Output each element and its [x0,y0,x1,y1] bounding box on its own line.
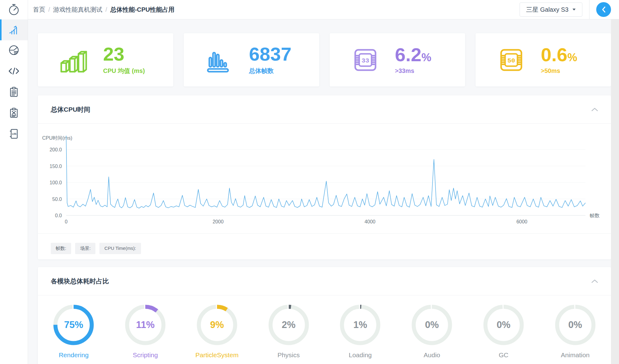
clipboard-x-icon [7,106,21,121]
sidebar-nav: LOG [0,19,28,145]
device-selector-button[interactable]: 三星 Galaxy S3 [520,2,582,17]
module-label: Rendering [59,351,89,359]
module-donuts-row: 75%Rendering11%Scripting9%ParticleSystem… [38,295,611,359]
scrollbar-gutter[interactable] [611,19,619,364]
app-logo[interactable] [0,0,28,19]
stopwatch-icon [7,2,21,17]
cpu-panel-title: 总体CPU时间 [51,105,90,114]
svg-text:200.0: 200.0 [50,147,62,152]
sidebar-item-code[interactable] [0,61,28,82]
donut-ring[interactable]: 0% [410,303,453,346]
svg-text:LOG: LOG [12,133,17,135]
svg-text:6000: 6000 [517,219,528,224]
stat-card: 500.6%>50ms [476,33,611,86]
donut-ring[interactable]: 2% [267,303,310,346]
donut-ring[interactable]: 0% [554,303,597,346]
breadcrumb-item[interactable]: 游戏性能真机测试 [53,6,102,14]
svg-text:50.0: 50.0 [52,197,62,202]
donut-ring[interactable]: 11% [124,303,167,346]
code-icon [7,64,21,79]
svg-text:0: 0 [65,219,68,224]
modules-panel-title: 各模块总体耗时占比 [51,277,109,286]
breadcrumb: 首页/游戏性能真机测试/总体性能-CPU性能占用 [28,6,175,14]
donut-percent: 0% [482,303,525,346]
svg-text:0.0: 0.0 [55,213,62,218]
stat-label: 总体帧数 [249,67,291,75]
module-donut-loading: 1%Loading [324,303,396,359]
sidebar: LOG [0,0,28,364]
module-donut-particlesystem: 9%ParticleSystem [181,303,253,359]
sidebar-item-log-book[interactable]: LOG [0,124,28,145]
module-label: GC [499,351,508,359]
collapse-up-icon[interactable] [591,108,598,111]
svg-text:150.0: 150.0 [50,164,62,169]
breadcrumb-item: 总体性能-CPU性能占用 [110,6,175,14]
bars-3d-icon [58,45,89,75]
module-label: Scripting [133,351,158,359]
donut-ring[interactable]: 75% [52,303,95,346]
sidebar-item-clipboard[interactable] [0,82,28,103]
breadcrumb-separator: / [106,6,107,13]
donut-ring[interactable]: 9% [195,303,239,346]
donut-percent: 2% [267,303,310,346]
svg-text:33: 33 [361,57,369,64]
donut-ring[interactable]: 1% [339,303,382,346]
module-donut-audio: 0%Audio [396,303,468,359]
chart-legend-tags: 帧数:场景:CPU Time(ms): [38,233,611,254]
stat-card-text: 6837总体帧数 [249,45,291,75]
trend-chart-icon [7,22,21,37]
donut-percent: 9% [195,303,239,346]
main-content: 23CPU 均值 (ms)6837总体帧数336.2%>33ms500.6%>5… [38,33,611,364]
topbar-right: 三星 Galaxy S3 [520,0,619,19]
module-donut-gc: 0%GC [468,303,540,359]
chart-tag[interactable]: 帧数: [51,243,71,254]
module-label: Animation [561,351,589,359]
stat-card-text: 23CPU 均值 (ms) [103,45,145,75]
stat-card-text: 6.2%>33ms [395,45,431,74]
svg-text:100.0: 100.0 [50,180,62,185]
breadcrumb-item[interactable]: 首页 [33,6,45,14]
module-donut-animation: 0%Animation [539,303,611,359]
sidebar-item-pie-chart[interactable] [0,40,28,61]
stat-cards-row: 23CPU 均值 (ms)6837总体帧数336.2%>33ms500.6%>5… [38,33,611,86]
device-selector-label: 三星 Galaxy S3 [526,6,569,14]
module-donut-scripting: 11%Scripting [110,303,181,359]
cpu-time-panel: 总体CPU时间 0.050.0100.0150.0200.00200040006… [38,95,611,259]
svg-text:CPU时间(ms): CPU时间(ms) [42,135,72,141]
log-book-icon: LOG [7,127,21,142]
module-label: Physics [277,351,299,359]
modules-panel-header: 各模块总体耗时占比 [38,267,611,295]
stat-label: >33ms [395,67,431,74]
chart-tag[interactable]: CPU Time(ms): [99,243,141,254]
stat-value: 23 [103,45,145,64]
module-label: ParticleSystem [195,351,239,359]
stat-label: CPU 均值 (ms) [103,67,145,75]
topbar-divider [589,0,589,19]
chevron-left-icon [601,6,606,13]
cpu-panel-header: 总体CPU时间 [38,95,611,124]
donut-ring[interactable]: 0% [482,303,525,346]
donut-percent: 11% [124,303,167,346]
chart-tag[interactable]: 场景: [75,243,95,254]
stat-value: 6837 [249,45,291,64]
module-label: Audio [424,351,440,359]
stat-label: >50ms [541,67,577,74]
sidebar-item-clipboard-x[interactable] [0,103,28,124]
breadcrumb-separator: / [48,6,50,13]
svg-text:50: 50 [507,57,515,64]
donut-percent: 75% [52,303,95,346]
modules-panel: 各模块总体耗时占比 75%Rendering11%Scripting9%Part… [38,267,611,364]
cpu-line-chart[interactable]: 0.050.0100.0150.0200.00200040006000帧数CPU… [38,124,611,233]
donut-percent: 0% [410,303,453,346]
stat-value: 0.6% [541,45,577,64]
stat-card-text: 0.6%>50ms [541,45,577,74]
module-donut-physics: 2%Physics [253,303,324,359]
donut-percent: 0% [554,303,597,346]
collapse-up-icon[interactable] [591,279,598,283]
module-donut-rendering: 75%Rendering [38,303,110,359]
collapse-panel-button[interactable] [596,2,611,17]
chevron-down-icon [572,8,576,11]
pie-chart-icon [7,43,21,58]
stat-value: 6.2% [395,45,431,64]
sidebar-item-trend-chart[interactable] [0,19,28,40]
